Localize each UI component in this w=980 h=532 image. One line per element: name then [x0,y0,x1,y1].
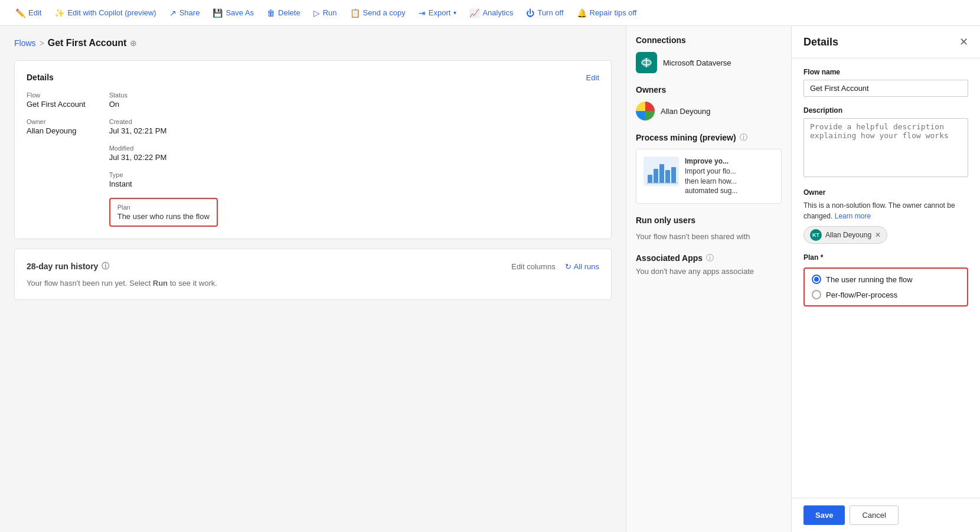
flow-name-group: Flow name [803,68,968,97]
associated-apps-info-icon[interactable]: ⓘ [706,253,714,263]
delete-button[interactable]: 🗑 Delete [261,5,306,21]
owner-group: Owner This is a non-solution flow. The o… [803,188,968,244]
all-runs-button[interactable]: ↻ All runs [565,262,599,271]
run-history-card: 28-day run history ⓘ Edit columns ↻ All … [14,249,612,300]
connection-item: Microsoft Dataverse [636,52,782,73]
plan-value: The user who runs the flow [117,212,210,221]
modified-value: Jul 31, 02:22 PM [109,153,218,162]
globe-icon[interactable]: ⊕ [130,38,137,48]
plan-radio-1[interactable] [812,275,821,284]
export-button[interactable]: ⇥ Export ▾ [413,5,463,21]
edit-columns-button[interactable]: Edit columns [511,262,555,271]
svg-rect-6 [665,170,670,183]
run-icon: ▷ [313,8,320,18]
save-as-button[interactable]: 💾 Save As [207,5,260,21]
svg-rect-3 [648,175,652,183]
owner-avatar [636,102,655,120]
turn-off-icon: ⏻ [526,8,534,18]
breadcrumb-separator: > [40,38,44,48]
description-group: Description [803,106,968,179]
edit-copilot-button[interactable]: ✨ Edit with Copilot (preview) [48,5,162,21]
status-detail-item: Status On [109,92,218,109]
plan-option-2-label: Per-flow/Per-process [826,291,897,299]
owners-title: Owners [636,85,782,94]
plan-option-1-label: The user running the flow [826,275,913,284]
details-panel-title: Details [803,36,838,48]
flow-label: Flow [27,92,86,99]
process-mining-title: Process mining (preview) [636,133,736,142]
owner-name: Allan Deyoung [661,107,711,116]
refresh-icon: ↻ [565,262,571,271]
flow-name-input[interactable] [803,80,968,97]
svg-rect-4 [654,169,658,183]
description-textarea[interactable] [803,118,968,177]
run-history-header: 28-day run history ⓘ Edit columns ↻ All … [27,261,599,272]
dataverse-icon [636,52,657,73]
delete-icon: 🗑 [267,8,275,18]
details-panel-close-button[interactable]: ✕ [959,35,968,48]
process-mining-card: Improve yo... Import your flo... then le… [636,149,782,204]
export-chevron-icon: ▾ [453,9,456,16]
details-col-left: Flow Get First Account Owner Allan Deyou… [27,92,86,227]
send-copy-icon: 📋 [350,8,360,18]
breadcrumb-flows-link[interactable]: Flows [14,38,36,48]
created-value: Jul 31, 02:21 PM [109,126,218,135]
repair-tips-icon: 🔔 [577,8,587,18]
share-icon: ↗ [169,8,177,18]
associated-apps-section: Associated Apps ⓘ You don't have any app… [636,253,782,276]
plan-group: Plan * The user running the flow Per-flo… [803,253,968,306]
cancel-button[interactable]: Cancel [850,505,898,525]
details-panel-body: Flow name Description Owner This is a no… [792,58,980,498]
connections-title: Connections [636,35,782,45]
details-card-title: Details [27,73,54,82]
status-value: On [109,100,218,109]
svg-rect-5 [659,164,664,183]
run-history-info-icon[interactable]: ⓘ [102,261,109,272]
analytics-button[interactable]: 📈 Analytics [463,5,519,21]
plan-option-1[interactable]: The user running the flow [812,275,960,284]
details-grid: Flow Get First Account Owner Allan Deyou… [27,92,599,227]
associated-apps-title: Associated Apps [636,253,703,263]
type-detail-item: Type Instant [109,171,218,188]
details-edit-button[interactable]: Edit [586,73,599,82]
plan-option-2[interactable]: Per-flow/Per-process [812,290,960,299]
details-panel-header: Details ✕ [792,26,980,58]
process-mining-info-icon[interactable]: ⓘ [740,132,747,143]
owner-tag-close-button[interactable]: ✕ [875,231,881,239]
status-label: Status [109,92,218,99]
run-only-title: Run only users [636,216,782,225]
share-button[interactable]: ↗ Share [164,5,206,21]
run-history-actions: Edit columns ↻ All runs [511,262,599,271]
repair-tips-button[interactable]: 🔔 Repair tips off [571,5,643,21]
modified-label: Modified [109,145,218,152]
edit-button[interactable]: ✏️ Edit [9,5,47,21]
flow-value: Get First Account [27,100,86,109]
run-only-empty: Your flow hasn't been shared with [636,232,782,241]
created-detail-item: Created Jul 31, 02:21 PM [109,118,218,135]
owner-label: Owner [27,118,86,125]
plan-label: Plan [117,204,210,211]
plan-detail-item: Plan The user who runs the flow [109,198,218,227]
copilot-icon: ✨ [54,8,64,18]
center-content: Flows > Get First Account ⊕ Details Edit… [0,26,626,532]
details-panel-footer: Save Cancel [792,498,980,532]
owner-learn-more-link[interactable]: Learn more [835,212,871,220]
owners-section: Owners Allan Deyoung [636,85,782,120]
run-button[interactable]: ▷ Run [308,5,343,21]
flow-name-label: Flow name [803,68,968,76]
send-copy-button[interactable]: 📋 Send a copy [344,5,411,21]
plan-radio-2[interactable] [812,290,821,299]
flow-detail-item: Flow Get First Account [27,92,86,109]
type-value: Instant [109,179,218,188]
owner-tag-avatar: KT [810,229,822,241]
run-only-section: Run only users Your flow hasn't been sha… [636,216,782,241]
plan-form-label: Plan * [803,253,968,262]
save-as-icon: 💾 [213,8,223,18]
plan-options-box: The user running the flow Per-flow/Per-p… [803,267,968,306]
owner-tag-name: Allan Deyoung [825,231,871,239]
turn-off-button[interactable]: ⏻ Turn off [520,5,569,21]
export-icon: ⇥ [419,8,426,18]
save-button[interactable]: Save [803,505,845,525]
run-history-empty: Your flow hasn't been run yet. Select Ru… [27,279,599,288]
details-col-right: Status On Created Jul 31, 02:21 PM Modif… [109,92,218,227]
